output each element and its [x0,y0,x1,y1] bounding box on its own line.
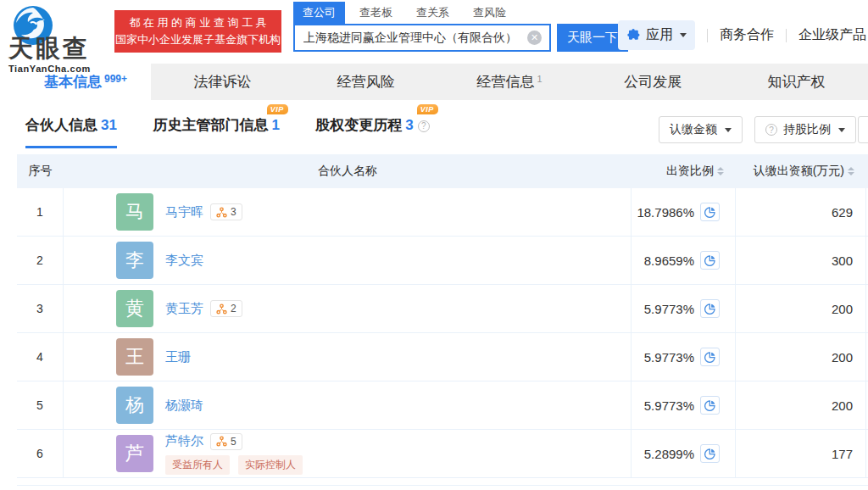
partner-name-link[interactable]: 马宇晖 [165,204,203,220]
table-row: 2 李 李文宾 8.9659% 300 [17,237,868,285]
header-right: 应用 商务合作 企业级产品 [618,20,866,50]
related-companies-badge[interactable]: 2 [210,300,242,317]
sort-icon[interactable] [717,167,724,175]
divider [707,29,708,42]
avatar: 杨 [116,387,153,424]
row-index-cell: 1 [17,188,64,236]
related-companies-badge[interactable]: 5 [210,433,242,450]
apps-button[interactable]: 应用 [618,20,695,50]
pie-chart-icon[interactable] [700,444,720,463]
help-icon: ? [765,124,777,136]
nav-tab-intellectual-property[interactable]: 知识产权 [725,64,868,100]
sort-icon[interactable] [848,167,854,175]
ratio-cell: 5.9773% [632,285,736,332]
col-partner-name: 合伙人名称 [64,154,632,188]
role-tag: 受益所有人 [165,455,230,475]
col-amount[interactable]: 认缴出资额(万元) [736,154,866,188]
tab-partners-info[interactable]: 合伙人信息31 [25,115,117,148]
nav-tab-operation-info[interactable]: 经营信息 1 [437,64,581,100]
nav-tab-legal[interactable]: 法律诉讼 [151,64,294,100]
brand-name: 天眼查 [8,36,123,61]
puzzle-icon [626,28,641,42]
ratio-cell: 8.9659% [632,237,736,284]
amount-cell: 200 [736,381,866,429]
col-index: 序号 [17,154,64,188]
partner-name-link[interactable]: 王珊 [165,349,191,365]
search-tab-boss[interactable]: 查老板 [350,2,402,24]
search-input[interactable] [295,31,527,45]
tab-historical-authority-info[interactable]: 历史主管部门信息1 VIP [153,115,279,146]
chevron-down-icon [680,33,687,37]
amount-cell: 300 [736,237,866,284]
promo-banner: 都 在 用 的 商 业 查 询 工 具 国家中小企业发展子基金旗下机构 [114,10,281,53]
partners-table: 序号 合伙人名称 出资比例 认缴出资额(万元) 1 马 [17,154,868,486]
clear-search-icon[interactable]: ✕ [527,31,542,45]
business-cooperation-link[interactable]: 商务合作 [720,26,774,44]
tab-equity-change-history[interactable]: 股权变更历程3? VIP [315,115,429,146]
avatar: 王 [116,338,153,376]
avatar: 李 [116,242,153,279]
row-index-cell: 5 [17,381,64,429]
site-header: 天眼查 TianYanCha.com 都 在 用 的 商 业 查 询 工 具 国… [0,0,868,64]
promo-line1: 都 在 用 的 商 业 查 询 工 具 [114,16,281,30]
nav-badge-count: 999+ [104,73,127,85]
row-index-cell: 6 [17,430,64,477]
partner-cell: 芦 芦特尔 5 受益所有人实际控制人 [64,430,632,477]
page: 天眼查 TianYanCha.com 都 在 用 的 商 业 查 询 工 具 国… [0,0,868,490]
graph-icon [216,207,227,218]
partner-name-link[interactable]: 黄玉芳 [165,301,203,317]
row-index-cell: 3 [17,285,64,332]
partner-cell: 王 王珊 [64,333,632,381]
role-tag: 实际控制人 [238,455,303,475]
graph-icon [216,436,227,447]
promo-line2: 国家中小企业发展子基金旗下机构 [114,33,281,47]
search-area: 查公司 查老板 查关系 查风险 ✕ 天眼一下 [293,3,628,52]
help-icon[interactable]: ? [418,120,430,132]
table-header: 序号 合伙人名称 出资比例 认缴出资额(万元) [17,154,868,188]
nav-tab-operation-risk[interactable]: 经营风险 [294,64,437,100]
ratio-cell: 18.7986% [632,188,736,236]
pie-chart-icon[interactable] [700,396,720,415]
avatar: 芦 [116,435,153,472]
table-row: 4 王 王珊 5.9773% 200 [17,333,868,381]
search-tab-company[interactable]: 查公司 [293,2,345,24]
search-tab-relation[interactable]: 查关系 [407,2,459,24]
col-ratio[interactable]: 出资比例 [632,154,736,188]
pie-chart-icon[interactable] [700,251,720,270]
chevron-down-icon [725,128,732,132]
avatar: 黄 [116,290,153,327]
table-filters: 认缴金额 ? 持股比例 [647,116,856,143]
ratio-cell: 5.9773% [632,333,736,381]
table-body: 1 马 马宇晖 3 [17,188,868,478]
nav-tab-company-development[interactable]: 公司发展 [581,64,725,100]
search-tab-risk[interactable]: 查风险 [464,2,515,24]
divider [786,29,787,42]
table-row: 5 杨 杨灏琦 5.9773% 200 [17,381,868,430]
search-row: ✕ 天眼一下 [293,24,628,52]
shareholding-ratio-filter[interactable]: ? 持股比例 [754,116,856,143]
ratio-cell: 5.2899% [632,430,736,477]
clipped-filter-button[interactable] [858,116,868,143]
nav-sup-count: 1 [537,74,542,84]
amount-cell: 200 [736,285,866,332]
pie-chart-icon[interactable] [700,203,720,221]
related-companies-badge[interactable]: 3 [210,203,242,220]
partner-name-link[interactable]: 芦特尔 [165,433,203,449]
subscribed-amount-filter[interactable]: 认缴金额 [659,116,743,143]
pie-chart-icon[interactable] [700,348,720,366]
pie-chart-icon[interactable] [700,299,720,318]
tianyancha-logo[interactable]: 天眼查 TianYanCha.com [8,4,123,74]
enterprise-products-link[interactable]: 企业级产品 [798,26,866,44]
amount-cell: 200 [736,333,866,381]
amount-cell: 177 [736,430,866,477]
vip-badge: VIP [417,104,438,114]
avatar: 马 [116,193,153,231]
amount-cell: 629 [736,188,866,236]
row-index-cell: 2 [17,237,64,284]
partner-name-link[interactable]: 杨灏琦 [165,398,203,414]
role-tags: 受益所有人实际控制人 [165,455,303,475]
vip-badge: VIP [267,104,288,114]
partner-name-link[interactable]: 李文宾 [165,253,203,269]
apps-button-label: 应用 [646,26,673,44]
company-nav: 基本信息 999+ 法律诉讼 经营风险 经营信息 1 公司发展 知识产权 [0,64,868,100]
